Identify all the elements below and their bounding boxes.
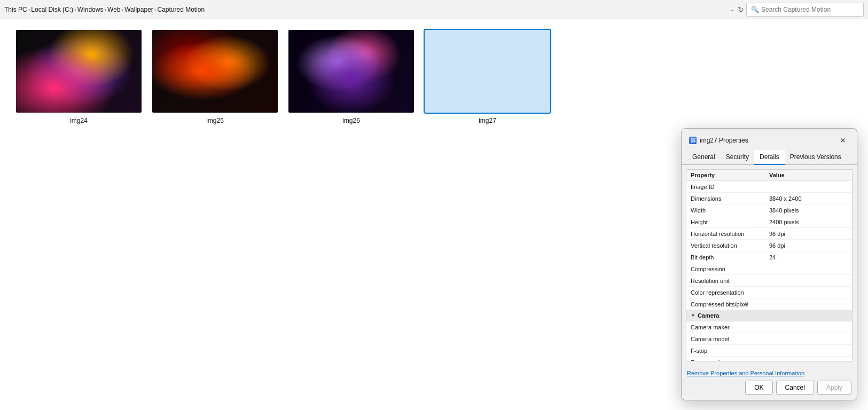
table-row: Resolution unit — [686, 275, 852, 287]
header-property: Property — [691, 172, 769, 178]
prop-compression: Compression — [691, 266, 769, 272]
breadcrumb: This PC › Local Disk (C:) › Windows › We… — [4, 6, 724, 13]
dialog-close-button[interactable]: ✕ — [836, 134, 849, 147]
search-input[interactable] — [761, 6, 859, 13]
prop-v-res: Vertical resolution — [691, 242, 769, 249]
breadcrumb-sep-4: › — [154, 6, 157, 13]
table-row: Vertical resolution 96 dpi — [686, 240, 852, 251]
breadcrumb-sep-3: › — [122, 6, 124, 13]
header-value: Value — [769, 172, 848, 178]
table-row: Exposure time — [686, 357, 852, 361]
dialog-title-area: 🖼 img27 Properties — [689, 137, 748, 144]
breadcrumb-sep-2: › — [104, 6, 106, 13]
val-width: 3840 pixels — [769, 207, 848, 214]
prop-table-header: Property Value — [686, 170, 852, 181]
thumbnail-img27 — [425, 30, 550, 113]
table-row: Bit depth 24 — [686, 251, 852, 263]
prop-camera-model: Camera model — [691, 336, 769, 342]
thumb-item-img27[interactable]: img27 — [425, 30, 550, 124]
prop-bit-depth: Bit depth — [691, 254, 769, 261]
thumb-item-img26[interactable]: img26 — [288, 30, 414, 124]
dialog-app-icon: 🖼 — [689, 137, 697, 144]
breadcrumb-wallpaper[interactable]: Wallpaper — [124, 6, 153, 13]
tab-details[interactable]: Details — [754, 150, 785, 165]
table-row: F-stop — [686, 345, 852, 357]
dropdown-arrow-icon[interactable]: ⌄ — [730, 6, 734, 12]
prop-color-rep: Color representation — [691, 289, 769, 296]
table-row: Dimensions 3840 x 2400 — [686, 193, 852, 204]
val-bit-depth: 24 — [769, 254, 848, 261]
prop-fstop: F-stop — [691, 348, 769, 354]
tab-security[interactable]: Security — [721, 150, 754, 165]
camera-section-label: Camera — [698, 312, 719, 319]
thumb-item-img24[interactable]: img24 — [16, 30, 142, 124]
thumb-item-img25[interactable]: img25 — [152, 30, 278, 124]
thumbnail-img25 — [152, 30, 278, 113]
thumb-label-img25: img25 — [206, 117, 224, 124]
apply-button[interactable]: Apply — [817, 381, 851, 395]
table-row: Camera model — [686, 333, 852, 345]
search-icon: 🔍 — [751, 6, 759, 13]
thumbnail-img24 — [16, 30, 142, 113]
cancel-button[interactable]: Cancel — [776, 381, 814, 395]
dialog-button-group: OK Cancel Apply — [687, 381, 851, 395]
dialog-footer: Remove Properties and Personal Informati… — [682, 366, 857, 400]
breadcrumb-bar: This PC › Local Disk (C:) › Windows › We… — [0, 0, 868, 19]
thumbnail-img26 — [288, 30, 414, 113]
table-row: Compression — [686, 263, 852, 275]
dialog-tabs: General Security Details Previous Versio… — [682, 150, 857, 165]
table-row: Compressed bits/pixel — [686, 298, 852, 310]
prop-image-id: Image ID — [691, 184, 769, 190]
breadcrumb-web[interactable]: Web — [107, 6, 120, 13]
breadcrumb-sep-0: › — [28, 6, 30, 13]
dialog-content-area: Property Value Image ID Dimensions 3840 … — [686, 169, 853, 361]
val-height: 2400 pixels — [769, 219, 848, 225]
tab-general[interactable]: General — [687, 150, 721, 165]
prop-res-unit: Resolution unit — [691, 278, 769, 284]
properties-dialog: 🖼 img27 Properties ✕ General Security De… — [681, 128, 857, 400]
breadcrumb-windows[interactable]: Windows — [77, 6, 104, 13]
table-row: Width 3840 pixels — [686, 204, 852, 216]
breadcrumb-captured-motion: Captured Motion — [157, 6, 205, 13]
val-dimensions: 3840 x 2400 — [769, 195, 848, 202]
prop-dimensions: Dimensions — [691, 195, 769, 202]
table-row: Horizontal resolution 96 dpi — [686, 228, 852, 240]
table-row: Height 2400 pixels — [686, 216, 852, 228]
thumb-label-img26: img26 — [342, 117, 360, 124]
camera-section-header: ▼ Camera — [686, 310, 852, 321]
val-h-res: 96 dpi — [769, 231, 848, 237]
remove-properties-link[interactable]: Remove Properties and Personal Informati… — [687, 370, 851, 376]
prop-compressed-bits: Compressed bits/pixel — [691, 301, 769, 308]
prop-height: Height — [691, 219, 769, 225]
table-row: Image ID — [686, 181, 852, 193]
thumb-label-img27: img27 — [479, 117, 496, 124]
breadcrumb-this-pc[interactable]: This PC — [4, 6, 27, 13]
prop-h-res: Horizontal resolution — [691, 231, 769, 237]
breadcrumb-local-disk[interactable]: Local Disk (C:) — [31, 6, 73, 13]
tab-previous-versions[interactable]: Previous Versions — [785, 150, 847, 165]
breadcrumb-controls: ⌄ ↻ — [730, 5, 744, 14]
table-row: Camera maker — [686, 321, 852, 333]
search-box: 🔍 — [746, 3, 864, 17]
dialog-title: img27 Properties — [700, 137, 748, 144]
breadcrumb-sep-1: › — [74, 6, 76, 13]
prop-width: Width — [691, 207, 769, 214]
val-v-res: 96 dpi — [769, 242, 848, 249]
section-expand-icon[interactable]: ▼ — [691, 313, 695, 318]
dialog-titlebar: 🖼 img27 Properties ✕ — [682, 129, 857, 150]
table-row: Color representation — [686, 287, 852, 298]
thumb-label-img24: img24 — [70, 117, 88, 124]
ok-button[interactable]: OK — [745, 381, 772, 395]
prop-exposure-time: Exposure time — [691, 359, 769, 362]
refresh-button[interactable]: ↻ — [738, 5, 744, 14]
prop-camera-maker: Camera maker — [691, 324, 769, 330]
